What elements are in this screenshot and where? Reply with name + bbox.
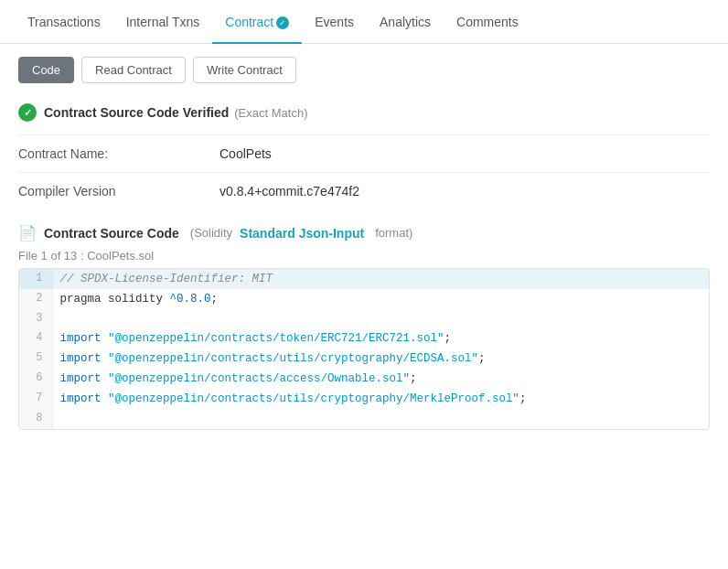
line-number: 6 (19, 369, 52, 389)
line-number: 4 (19, 328, 52, 349)
line-number: 1 (19, 269, 52, 289)
code-line-row: 2pragma solidity ^0.8.0; (19, 289, 709, 309)
verified-banner: ✓ Contract Source Code Verified (Exact M… (0, 96, 728, 134)
tab-verified-icon: ✓ (276, 16, 289, 29)
code-line-row: 8 (19, 409, 709, 428)
standard-json-input-link[interactable]: Standard Json-Input (240, 226, 364, 241)
verified-check-icon: ✓ (18, 103, 37, 122)
line-number: 2 (19, 289, 52, 309)
sub-btn-code[interactable]: Code (18, 57, 74, 83)
sub-btn-read-contract[interactable]: Read Contract (81, 57, 186, 83)
code-line-row: 6import "@openzeppelin/contracts/access/… (19, 369, 709, 389)
code-content (52, 309, 709, 328)
line-number: 7 (19, 389, 52, 409)
file-icon: 📄 (18, 224, 37, 242)
info-value: CoolPets (219, 146, 272, 161)
code-content (52, 409, 709, 428)
sub-buttons: CodeRead ContractWrite Contract (0, 44, 728, 96)
tab-internal-txns[interactable]: Internal Txns (113, 0, 213, 44)
code-line-row: 3 (19, 309, 709, 328)
source-subtitle-open: (Solidity (190, 226, 232, 240)
line-number: 5 (19, 349, 52, 369)
code-container: 1// SPDX-License-Identifier: MIT2pragma … (18, 268, 710, 429)
tab-contract[interactable]: Contract✓ (212, 0, 302, 44)
tab-analytics[interactable]: Analytics (367, 0, 444, 44)
exact-match-text: (Exact Match) (234, 106, 307, 120)
tab-comments[interactable]: Comments (444, 0, 531, 44)
info-value: v0.8.4+commit.c7e474f2 (219, 184, 359, 199)
code-line-row: 1// SPDX-License-Identifier: MIT (19, 269, 709, 289)
info-label: Compiler Version (18, 184, 219, 199)
verified-text: Contract Source Code Verified (44, 105, 229, 120)
source-section: 📄 Contract Source Code (Solidity Standar… (0, 209, 728, 436)
sub-btn-write-contract[interactable]: Write Contract (193, 57, 296, 83)
info-row: Compiler Version v0.8.4+commit.c7e474f2 (18, 172, 710, 209)
line-number: 8 (19, 409, 52, 428)
source-code-title: 📄 Contract Source Code (Solidity Standar… (18, 224, 710, 242)
code-content: pragma solidity ^0.8.0; (52, 289, 709, 309)
info-label: Contract Name: (18, 146, 219, 161)
code-content: import "@openzeppelin/contracts/utils/cr… (52, 349, 709, 369)
code-line-row: 5import "@openzeppelin/contracts/utils/c… (19, 349, 709, 369)
code-content: import "@openzeppelin/contracts/access/O… (52, 369, 709, 389)
code-content: import "@openzeppelin/contracts/utils/cr… (52, 389, 709, 409)
code-table: 1// SPDX-License-Identifier: MIT2pragma … (19, 269, 709, 428)
tab-events[interactable]: Events (302, 0, 367, 44)
code-line-row: 7import "@openzeppelin/contracts/utils/c… (19, 389, 709, 409)
tabs-bar: TransactionsInternal TxnsContract✓Events… (0, 0, 728, 44)
file-label: File 1 of 13 : CoolPets.sol (18, 242, 710, 268)
code-line-row: 4import "@openzeppelin/contracts/token/E… (19, 328, 709, 349)
code-content: import "@openzeppelin/contracts/token/ER… (52, 328, 709, 349)
source-subtitle-close: format) (375, 226, 412, 240)
info-row: Contract Name: CoolPets (18, 134, 710, 172)
line-number: 3 (19, 309, 52, 328)
info-section: Contract Name: CoolPets Compiler Version… (0, 134, 728, 209)
source-title-text: Contract Source Code (44, 226, 179, 241)
tab-transactions[interactable]: Transactions (15, 0, 113, 44)
code-content: // SPDX-License-Identifier: MIT (52, 269, 709, 289)
